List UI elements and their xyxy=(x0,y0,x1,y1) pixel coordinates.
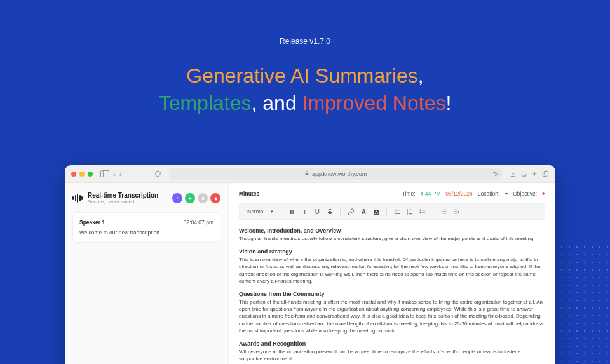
section-body: Though all-hands meetings usually follow… xyxy=(239,235,545,242)
svg-point-5 xyxy=(395,213,396,214)
add-objective-button[interactable]: + xyxy=(542,191,545,197)
section-heading: Awards and Recognition xyxy=(239,340,545,347)
section-body: With everyone at the organization presen… xyxy=(239,348,545,362)
svg-rect-18 xyxy=(443,211,447,212)
editor-content[interactable]: Welcome, Introduction, and Overview Thou… xyxy=(239,227,545,364)
ordered-list-button[interactable]: 123 xyxy=(405,208,415,215)
bullet-list-button[interactable] xyxy=(392,208,402,215)
delete-button[interactable] xyxy=(210,193,220,203)
svg-rect-16 xyxy=(422,212,426,212)
svg-rect-14 xyxy=(422,210,426,210)
link-button[interactable] xyxy=(346,208,356,215)
strike-button[interactable]: S xyxy=(325,208,335,215)
transcription-panel: Real-time Transcription Secure, never sa… xyxy=(65,183,229,364)
shield-icon[interactable] xyxy=(154,170,161,177)
bold-button[interactable]: B xyxy=(287,208,297,215)
sidebar-toggle-icon[interactable] xyxy=(100,170,109,177)
location-label: Location: xyxy=(478,191,500,197)
download-icon[interactable] xyxy=(510,170,517,177)
section-heading: Welcome, Introduction, and Overview xyxy=(239,227,545,234)
time-label: Time: xyxy=(402,191,416,197)
time-value[interactable]: 4:44 PM xyxy=(421,191,441,197)
svg-rect-6 xyxy=(396,213,400,213)
section-heading: Vision and Strategy xyxy=(239,248,545,255)
svg-rect-4 xyxy=(396,212,400,212)
indent-button[interactable] xyxy=(451,208,461,215)
transcription-subtitle: Secure, never saved. xyxy=(88,199,158,205)
speaker-name: Speaker 1 xyxy=(79,219,105,226)
svg-point-3 xyxy=(395,211,396,212)
svg-text:3: 3 xyxy=(407,213,408,215)
tabs-icon[interactable] xyxy=(542,170,549,177)
headline-part-2: Templates xyxy=(159,91,252,114)
forward-icon[interactable]: › xyxy=(119,170,122,178)
italic-button[interactable]: I xyxy=(299,208,309,215)
svg-rect-2 xyxy=(396,210,400,210)
svg-rect-8 xyxy=(409,209,413,210)
editor-toolbar: Normal B I U S A A 123 xyxy=(239,203,545,220)
maximize-window-icon[interactable] xyxy=(88,172,93,177)
date-value[interactable]: 08/12/2024 xyxy=(445,191,473,197)
headline: Generative AI Summaries, Templates, and … xyxy=(0,62,610,117)
svg-rect-19 xyxy=(443,213,447,213)
svg-rect-13 xyxy=(420,209,421,210)
highlight-button[interactable]: A xyxy=(371,208,381,215)
svg-rect-21 xyxy=(454,211,458,212)
transcription-title: Real-time Transcription xyxy=(88,192,158,199)
speaker-timestamp: 02:04:07 pm xyxy=(184,219,214,226)
outdent-button[interactable] xyxy=(438,208,449,215)
lock-icon xyxy=(304,171,309,177)
new-tab-icon[interactable]: ＋ xyxy=(531,169,538,179)
section-title: Minutes xyxy=(239,191,259,197)
headline-part-3: Improved Notes xyxy=(302,91,446,114)
transcription-entry: Speaker 1 02:04:07 pm Welcome to our new… xyxy=(72,212,220,243)
url-bar[interactable]: app.knowtworthy.com ↻ xyxy=(169,168,502,180)
editor-panel: Minutes Time: 4:44 PM 08/12/2024 Locatio… xyxy=(229,183,555,364)
refresh-icon[interactable]: ↻ xyxy=(493,171,498,177)
play-button[interactable] xyxy=(185,193,195,203)
format-select[interactable]: Normal xyxy=(245,207,276,216)
close-window-icon[interactable] xyxy=(71,172,76,177)
section-body: This portion of the all-hands meeting is… xyxy=(239,299,545,334)
checklist-button[interactable] xyxy=(417,208,428,215)
minimize-window-icon[interactable] xyxy=(79,172,85,177)
share-icon[interactable] xyxy=(520,170,527,177)
section-heading: Questions from the Community xyxy=(239,291,545,297)
svg-rect-17 xyxy=(443,209,447,210)
svg-rect-20 xyxy=(454,209,458,210)
waveform-icon xyxy=(72,194,83,203)
transcription-text: Welcome to our new transcription. xyxy=(79,229,214,236)
headline-part-1: Generative AI Summaries xyxy=(186,64,418,87)
objective-label: Objective: xyxy=(513,191,537,197)
text-color-button[interactable]: A xyxy=(358,208,369,215)
back-icon[interactable]: ‹ xyxy=(113,170,116,178)
svg-rect-10 xyxy=(409,212,413,212)
browser-window: ‹ › app.knowtworthy.com ↻ ＋ xyxy=(65,165,555,364)
svg-rect-0 xyxy=(544,171,548,175)
window-controls[interactable] xyxy=(71,172,93,177)
sparkle-button[interactable] xyxy=(172,193,182,203)
add-location-button[interactable]: + xyxy=(505,191,508,197)
svg-rect-15 xyxy=(420,212,421,213)
pause-button[interactable] xyxy=(198,193,208,203)
underline-button[interactable]: U xyxy=(312,208,322,215)
svg-point-1 xyxy=(395,209,396,210)
svg-rect-22 xyxy=(454,213,458,213)
browser-chrome: ‹ › app.knowtworthy.com ↻ ＋ xyxy=(65,165,555,183)
svg-rect-12 xyxy=(409,213,413,214)
section-body: This is an overview of where the organiz… xyxy=(239,256,545,285)
release-badge: Release v1.7.0 xyxy=(0,37,610,46)
url-text: app.knowtworthy.com xyxy=(312,171,367,177)
